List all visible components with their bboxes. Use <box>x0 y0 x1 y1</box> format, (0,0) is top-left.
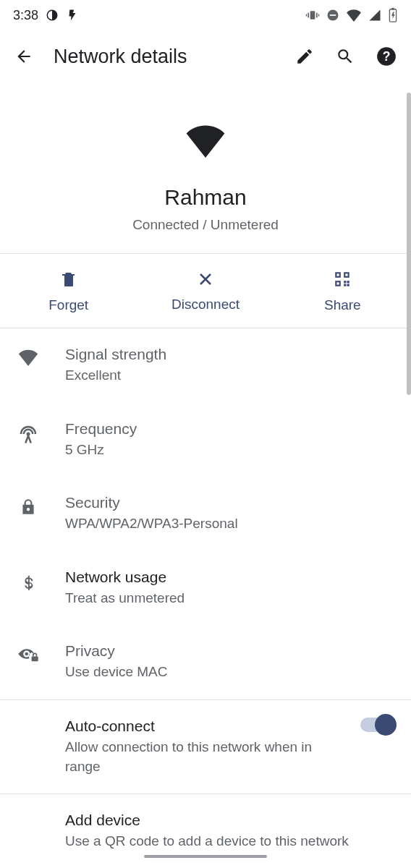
wifi-large-icon <box>183 123 228 158</box>
svg-rect-7 <box>330 14 336 16</box>
details-list: Signal strength Excellent Frequency 5 GH… <box>0 328 411 868</box>
svg-rect-4 <box>306 14 307 16</box>
disconnect-button[interactable]: Disconnect <box>137 254 274 328</box>
svg-point-22 <box>27 432 30 435</box>
forget-button[interactable]: Forget <box>0 254 137 328</box>
antenna-icon <box>17 423 39 445</box>
eye-lock-icon <box>17 645 40 663</box>
svg-rect-5 <box>318 14 319 16</box>
scrollbar[interactable] <box>407 93 411 395</box>
forget-label: Forget <box>48 297 88 313</box>
svg-rect-18 <box>347 284 349 286</box>
lightning-icon <box>66 9 79 22</box>
share-button[interactable]: Share <box>274 254 411 328</box>
status-icon-circle <box>46 9 59 22</box>
wifi-small-icon <box>17 349 39 366</box>
adddevice-title: Add device <box>65 812 394 829</box>
svg-text:?: ? <box>383 49 391 64</box>
autoconnect-title: Auto-connect <box>65 718 331 735</box>
security-value: WPA/WPA2/WPA3-Personal <box>65 514 394 534</box>
svg-rect-1 <box>310 11 315 20</box>
usage-title: Network usage <box>65 569 394 586</box>
network-usage-item[interactable]: Network usage Treat as unmetered <box>0 551 411 626</box>
svg-rect-9 <box>391 8 394 10</box>
help-icon[interactable]: ? <box>376 46 397 67</box>
network-name: Rahman <box>164 185 246 210</box>
action-row: Forget Disconnect Share <box>0 254 411 328</box>
dnd-icon <box>326 8 340 22</box>
security-item: Security WPA/WPA2/WPA3-Personal <box>0 477 411 551</box>
share-label: Share <box>324 297 361 313</box>
svg-rect-17 <box>344 284 346 286</box>
svg-rect-20 <box>346 273 348 276</box>
autoconnect-sub: Allow connection to this network when in… <box>65 738 331 776</box>
svg-point-23 <box>25 652 28 656</box>
page-title: Network details <box>54 46 275 68</box>
signal-strength-item: Signal strength Excellent <box>0 328 411 403</box>
search-icon[interactable] <box>336 47 355 66</box>
frequency-value: 5 GHz <box>65 441 394 460</box>
network-status: Connected / Unmetered <box>132 217 279 233</box>
svg-rect-3 <box>316 13 318 18</box>
auto-connect-item[interactable]: Auto-connect Allow connection to this ne… <box>0 699 411 793</box>
svg-rect-15 <box>344 281 346 283</box>
signal-title: Signal strength <box>65 346 394 363</box>
usage-value: Treat as unmetered <box>65 589 394 608</box>
svg-rect-19 <box>337 273 339 276</box>
privacy-item[interactable]: Privacy Use device MAC <box>0 625 411 699</box>
nav-handle[interactable] <box>144 855 267 858</box>
svg-rect-2 <box>308 13 309 18</box>
battery-icon <box>388 7 398 23</box>
close-icon <box>197 271 214 288</box>
network-hero: Rahman Connected / Unmetered <box>0 82 411 254</box>
status-bar: 3:38 <box>0 0 411 30</box>
qr-icon <box>333 270 352 289</box>
dollar-icon <box>20 571 36 593</box>
privacy-value: Use device MAC <box>65 663 394 682</box>
autoconnect-toggle[interactable] <box>360 718 394 732</box>
adddevice-sub: Use a QR code to add a device to this ne… <box>65 832 394 851</box>
signal-value: Excellent <box>65 366 394 386</box>
wifi-icon <box>346 9 362 22</box>
vibrate-icon <box>305 8 320 22</box>
trash-icon <box>60 270 77 289</box>
lock-icon <box>19 497 38 517</box>
signal-icon <box>368 9 382 22</box>
app-bar: Network details ? <box>0 30 411 82</box>
back-icon[interactable] <box>14 47 33 66</box>
frequency-title: Frequency <box>65 420 394 438</box>
edit-icon[interactable] <box>295 47 314 66</box>
privacy-title: Privacy <box>65 642 394 660</box>
disconnect-label: Disconnect <box>171 297 240 312</box>
svg-rect-16 <box>347 281 349 283</box>
frequency-item: Frequency 5 GHz <box>0 403 411 477</box>
svg-rect-24 <box>32 657 38 662</box>
svg-rect-21 <box>337 282 339 284</box>
security-title: Security <box>65 494 394 511</box>
status-time: 3:38 <box>13 8 38 23</box>
